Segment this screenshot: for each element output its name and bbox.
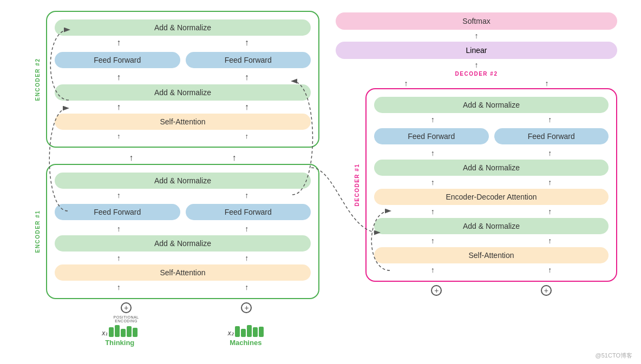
dec1-enc-dec-attn: Encoder-Decoder Attention [374,189,609,205]
enc-pos-label: POSITIONALENCODING [113,315,139,323]
dec1-add-norm3: Add & Normalize [374,97,609,113]
linear-pill: Linear [336,42,617,59]
enc1-self-attn: Self-Attention [55,264,311,281]
enc2-add-norm2: Add & Normalize [55,84,311,101]
dec1-ff2: Feed Forward [494,128,609,144]
encoder1-block: Add & Normalize ↑↑ Feed Forward Feed For… [46,164,319,299]
enc1-add-norm2: Add & Normalize [55,235,311,252]
enc-plus2: + [241,302,252,313]
enc2-ff1: Feed Forward [55,52,180,68]
softmax-pill: Softmax [336,12,617,30]
dec-plus1: + [431,285,442,296]
enc1-ff1: Feed Forward [55,204,180,220]
dec-plus2: + [541,285,552,296]
enc2-add-norm: Add & Normalize [55,19,311,36]
decoder2-label: DECODER #2 [336,71,617,77]
encoder1-label: ENCODER #1 [35,210,41,253]
enc2-self-attn: Self-Attention [55,114,311,130]
embedding-x2: x₂ Machines [228,325,264,347]
dec1-self-attn: Self-Attention [374,247,609,263]
encoder2-block: Add & Normalize ↑↑ Feed Forward Feed For… [46,11,319,148]
watermark: @51CTO博客 [596,352,632,360]
encoder2-label: ENCODER #2 [35,58,41,101]
enc-plus1: + [121,302,132,313]
decoder1-block: Add & Normalize ↑↑ Feed Forward Feed For… [365,88,617,282]
embedding-x1: x₁ Thinking [102,325,138,347]
dec1-add-norm1: Add & Normalize [374,218,609,234]
enc1-ff2: Feed Forward [186,204,311,220]
embedding-x2-label: Machines [230,339,261,347]
dec1-add-norm2: Add & Normalize [374,160,609,176]
enc1-add-norm: Add & Normalize [55,173,311,189]
enc2-ff2: Feed Forward [186,52,311,68]
dec1-ff1: Feed Forward [374,128,489,144]
embedding-x1-label: Thinking [105,339,134,347]
decoder1-label: DECODER #1 [354,164,360,207]
